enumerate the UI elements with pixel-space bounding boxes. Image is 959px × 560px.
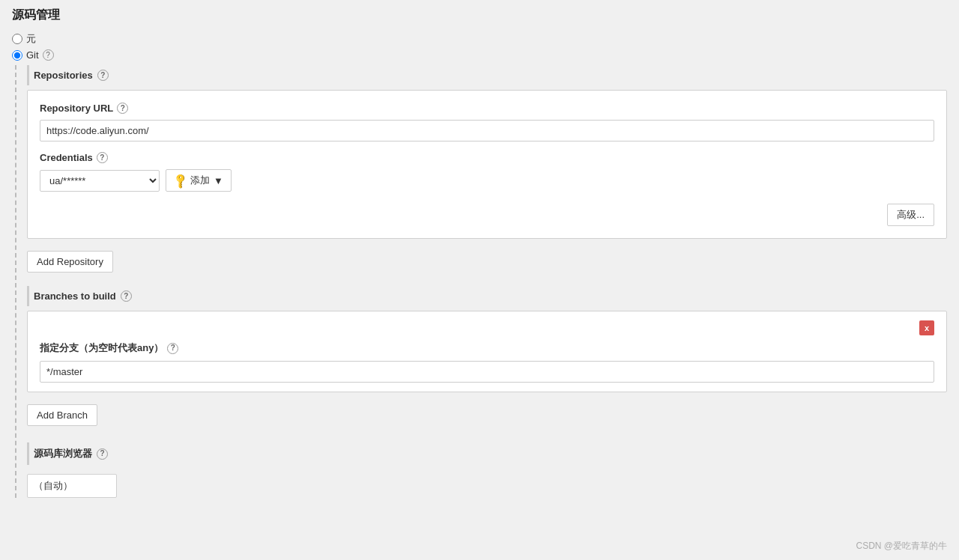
repo-url-help-icon[interactable]: ? [117,103,128,114]
page-container: 源码管理 元 Git ? Repositories ? Repository U… [0,0,959,560]
add-branch-button[interactable]: Add Branch [27,404,97,426]
advanced-row: 高级... [40,204,934,226]
branch-specifier-label-row: 指定分支（为空时代表any） ? [40,341,934,355]
source-browser-help-icon[interactable]: ? [97,448,108,460]
scm-none-radio[interactable] [12,34,22,44]
repository-card: Repository URL ? Credentials ? ua/******… [27,90,947,239]
repo-url-input[interactable] [40,120,934,141]
repositories-help-icon[interactable]: ? [97,70,109,81]
branch-specifier-help-icon[interactable]: ? [167,343,178,354]
source-browser-value: （自动） [27,474,117,498]
git-help-icon[interactable]: ? [43,49,54,61]
repositories-header: Repositories ? [27,65,947,85]
source-browser-label: 源码库浏览器 [34,447,92,460]
key-icon: 🔑 [172,171,189,189]
scm-option-git[interactable]: Git ? [12,49,947,61]
branches-section: Branches to build ? x 指定分支（为空时代表any） ? A… [27,286,947,432]
branch-card: x 指定分支（为空时代表any） ? [27,311,947,392]
source-browser-header: 源码库浏览器 ? [27,442,947,465]
branches-label: Branches to build [34,290,116,302]
dropdown-arrow-icon: ▼ [214,175,223,186]
repo-url-label: Repository URL [40,103,113,114]
credentials-select[interactable]: ua/****** [40,170,160,192]
repositories-label: Repositories [34,70,93,81]
scm-git-radio[interactable] [12,50,22,61]
scm-git-label: Git [26,49,39,61]
branches-help-icon[interactable]: ? [121,290,132,302]
credentials-label-row: Credentials ? [40,152,934,163]
add-credentials-button[interactable]: 🔑 添加 ▼ [166,169,232,192]
credentials-help-icon[interactable]: ? [97,152,108,163]
branches-header: Branches to build ? [27,286,947,306]
advanced-button[interactable]: 高级... [887,204,934,226]
credentials-row: ua/****** 🔑 添加 ▼ [40,169,934,192]
page-title: 源码管理 [12,7,947,23]
scm-radio-group: 元 Git ? [12,32,947,61]
watermark: CSDN @爱吃青草的牛 [856,540,947,553]
add-repository-button[interactable]: Add Repository [27,251,113,273]
scm-option-none[interactable]: 元 [12,32,947,46]
branch-card-header: x [40,320,934,335]
repositories-section: Repositories ? Repository URL ? Credenti… [15,65,947,498]
credentials-label: Credentials [40,152,93,163]
add-credentials-label: 添加 [190,174,210,187]
repo-url-label-row: Repository URL ? [40,103,934,114]
branch-specifier-label: 指定分支（为空时代表any） [40,341,163,355]
scm-none-label: 元 [26,32,36,46]
delete-branch-button[interactable]: x [919,320,934,335]
branch-specifier-input[interactable] [40,361,934,383]
source-browser-section: 源码库浏览器 ? （自动） [27,442,947,498]
